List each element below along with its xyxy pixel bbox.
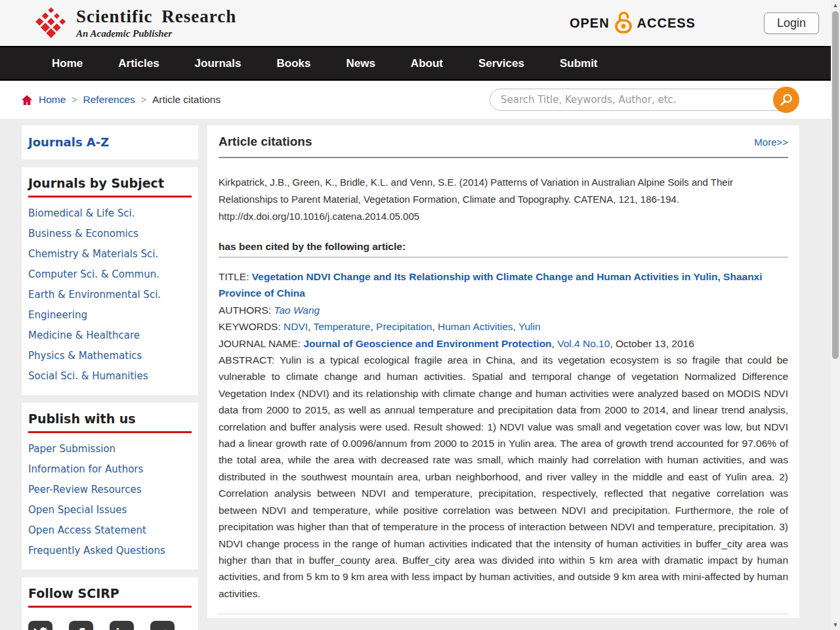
abstract-label: ABSTRACT: [219,354,280,366]
search-icon [779,93,793,107]
sidebar-box-follow-scirp: Follow SCIRP f in [22,578,198,630]
open-access-badge: OPEN ACCESS [570,9,696,37]
scrollbar-thumb[interactable] [832,11,839,359]
twitter-icon[interactable] [28,621,52,630]
journals-by-subject-heading: Journals by Subject [28,176,192,198]
breadcrumb-separator: > [72,94,77,105]
article-title-link[interactable]: Vegetation NDVI Change and Its Relations… [219,271,763,299]
nav-item-home[interactable]: Home [34,57,100,70]
abstract-text: Yulin is a typical ecological fragile ar… [219,354,788,599]
authors-row: AUTHORS: Tao Wang [219,302,788,318]
social-icons-row: f in [28,613,192,630]
author-link[interactable]: Tao Wang [274,304,320,316]
scrollbar-down-icon[interactable]: ▼ [831,620,840,629]
keyword-link-human-activities[interactable]: Human Activities [438,321,513,332]
breadcrumb-bar: Home > References > Article citations [0,81,840,119]
comma: , [610,338,612,349]
subject-link-social-sci-humanities[interactable]: Social Sci. & Humanities [28,366,192,386]
nav-item-about[interactable]: About [393,57,461,70]
nav-item-news[interactable]: News [328,57,392,70]
keywords-list: NDVI, Temperature, Precipitation, Human … [284,321,541,332]
title-label: TITLE: [219,271,252,282]
search-box [490,89,798,111]
publish-link-open-special-issues[interactable]: Open Special Issues [28,499,192,520]
breadcrumb-home-link[interactable]: Home [39,94,66,106]
keywords-row: KEYWORDS: NDVI, Temperature, Precipitati… [219,318,788,335]
publish-link-frequently-asked-questions[interactable]: Frequently Asked Questions [28,540,192,560]
brand-text: Scientific Research An Academic Publishe… [76,7,236,39]
citing-article-meta: TITLE: Vegetation NDVI Change and Its Re… [219,268,788,602]
nav-item-articles[interactable]: Articles [100,57,177,70]
scirp-logo[interactable]: Scientific Research An Academic Publishe… [32,1,236,45]
breadcrumb-separator: > [141,94,146,105]
linkedin-icon[interactable]: in [110,621,134,630]
open-lock-icon [614,9,633,37]
login-button[interactable]: Login [764,12,819,34]
sidebar-box-publish-with-us: Publish with us Paper SubmissionInformat… [22,403,198,570]
breadcrumb: Home > References > Article citations [21,94,220,106]
nav-item-journals[interactable]: Journals [177,57,259,70]
publish-with-us-links: Paper SubmissionInformation for AuthorsP… [28,438,192,560]
nav-item-services[interactable]: Services [461,57,542,70]
main-nav: HomeArticlesJournalsBooksNewsAboutServic… [0,46,840,81]
divider [219,614,788,614]
more-link[interactable]: More>> [754,136,788,148]
keyword-link-yulin[interactable]: Yulin [518,321,541,332]
open-access-access-label: ACCESS [637,16,696,31]
sidebar-item-journals-az[interactable]: Journals A-Z [28,134,192,150]
subject-link-biomedical-life-sci[interactable]: Biomedical & Life Sci. [28,203,192,223]
journal-label: JOURNAL NAME: [219,338,303,349]
publish-link-information-for-authors[interactable]: Information for Authors [28,459,192,479]
weibo-icon[interactable] [150,621,175,630]
brand-title: Scientific Research [76,7,236,27]
divider [219,257,788,258]
site-header: Scientific Research An Academic Publishe… [0,0,840,46]
nav-item-books[interactable]: Books [259,57,328,70]
subject-link-earth-environmental-sci[interactable]: Earth & Environmental Sci. [28,284,192,304]
scrollbar-up-icon[interactable]: ▲ [831,1,840,10]
abstract-row: ABSTRACT: Yulin is a typical ecological … [219,352,788,602]
breadcrumb-current: Article citations [152,94,220,106]
publish-link-paper-submission[interactable]: Paper Submission [28,438,192,459]
sidebar-box-journals-az: Journals A-Z [22,125,198,159]
divider [219,157,788,158]
subject-link-chemistry-materials-sci[interactable]: Chemistry & Materials Sci. [28,243,192,264]
subject-link-computer-sci-commun[interactable]: Computer Sci. & Commun. [28,264,192,284]
search-input[interactable] [490,89,798,111]
keyword-link-temperature[interactable]: Temperature [313,321,370,332]
keyword-link-precipitation[interactable]: Precipitation [376,321,432,332]
breadcrumb-references-link[interactable]: References [83,94,135,106]
sidebar-box-journals-by-subject: Journals by Subject Biomedical & Life Sc… [22,167,198,395]
publish-link-open-access-statement[interactable]: Open Access Statement [28,520,192,540]
citation-doi-link[interactable]: http://dx.doi.org/10.1016/j.catena.2014.… [219,208,788,225]
authors-label: AUTHORS: [219,304,274,316]
journal-name-link[interactable]: Journal of Geoscience and Environment Pr… [303,338,551,349]
title-row: TITLE: Vegetation NDVI Change and Its Re… [219,268,788,302]
subject-link-medicine-healthcare[interactable]: Medicine & Healthcare [28,325,192,345]
cited-by-label: has been cited by the following article: [219,241,788,253]
journal-date: October 13, 2016 [616,338,694,349]
home-icon[interactable] [21,94,33,106]
search-button[interactable] [773,87,799,113]
publish-with-us-heading: Publish with us [28,411,192,433]
subject-link-engineering[interactable]: Engineering [28,304,192,325]
brand-subtitle: An Academic Publisher [76,28,236,39]
page: Scientific Research An Academic Publishe… [0,0,840,630]
article-citations-panel: Article citations More>> Kirkpatrick, J.… [207,125,799,618]
scrollbar[interactable]: ▲ ▼ [831,0,840,630]
follow-scirp-heading: Follow SCIRP [28,586,192,608]
subject-link-physics-mathematics[interactable]: Physics & Mathematics [28,345,192,366]
page-title: Article citations [219,135,312,149]
facebook-icon[interactable]: f [69,621,93,630]
keywords-label: KEYWORDS: [219,321,284,332]
keyword-link-ndvi[interactable]: NDVI [284,321,308,332]
open-access-open-label: OPEN [570,16,610,31]
comma: , [552,338,555,349]
nav-item-submit[interactable]: Submit [542,57,616,70]
subject-link-business-economics[interactable]: Business & Economics [28,223,192,243]
journal-row: JOURNAL NAME: Journal of Geoscience and … [219,335,788,352]
scirp-diamonds-icon [32,1,68,45]
publish-link-peer-review-resources[interactable]: Peer-Review Resources [28,479,192,499]
journal-volume-link[interactable]: Vol.4 No.10 [557,338,610,349]
citation-text: Kirkpatrick, J.B., Green, K., Bridle, K.… [219,177,733,205]
